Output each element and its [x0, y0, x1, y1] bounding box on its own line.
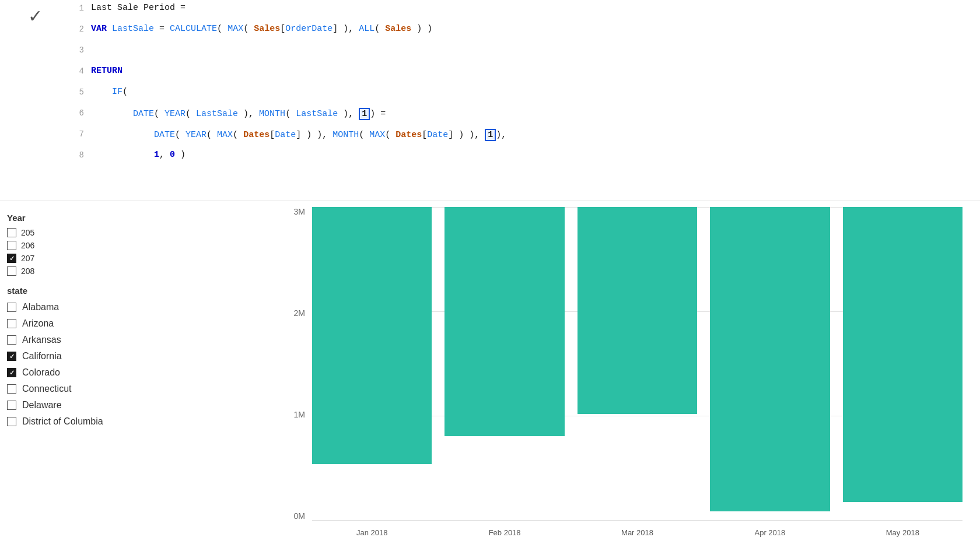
state-label-delaware: Delaware	[22, 400, 62, 410]
bars-container: Jan 2018 Feb 2018 Mar 2018	[312, 207, 963, 539]
line-content-7: DATE( YEAR( MAX( Dates[Date] ) ), MONTH(…	[89, 126, 980, 144]
line-content-1: Last Sale Period =	[89, 0, 980, 16]
y-label-0m: 0M	[294, 511, 305, 521]
state-label-colorado: Colorado	[22, 367, 60, 378]
line-num-4: 4	[70, 63, 89, 76]
state-item-california[interactable]: California	[7, 348, 261, 364]
line-content-8: 1, 0 )	[89, 147, 980, 163]
state-checkbox-arizona[interactable]	[7, 319, 16, 328]
bottom-area: Year 205 206 207 208	[0, 201, 980, 551]
state-label-connecticut: Connecticut	[22, 384, 72, 394]
filters-panel: Year 205 206 207 208	[0, 201, 268, 551]
state-item-connecticut[interactable]: Connecticut	[7, 381, 261, 397]
checkmark-area: ✓	[0, 0, 70, 201]
bar-group-may: May 2018	[843, 207, 963, 521]
year-checkbox-2016[interactable]	[7, 241, 16, 250]
main-layout: ✓ 1 Last Sale Period = 2 VAR LastSale = …	[0, 0, 980, 551]
state-checkbox-alabama[interactable]	[7, 303, 16, 312]
state-checkbox-connecticut[interactable]	[7, 384, 16, 394]
bar-apr	[710, 207, 830, 511]
state-label-arizona: Arizona	[22, 318, 54, 329]
state-checkbox-arkansas[interactable]	[7, 335, 16, 345]
bar-group-jan: Jan 2018	[312, 207, 432, 521]
line-num-8: 8	[70, 147, 89, 160]
code-line-6: 6 DATE( YEAR( LastSale ), MONTH( LastSal…	[70, 105, 980, 126]
state-item-arizona[interactable]: Arizona	[7, 315, 261, 332]
code-line-7: 7 DATE( YEAR( MAX( Dates[Date] ) ), MONT…	[70, 126, 980, 147]
bar-group-feb: Feb 2018	[444, 207, 564, 521]
y-label-3m: 3M	[294, 207, 305, 216]
year-label-2017: 207	[21, 254, 34, 263]
state-item-delaware[interactable]: Delaware	[7, 397, 261, 413]
chart-panel: 3M 2M 1M 0M	[268, 201, 980, 551]
year-item-2016[interactable]: 206	[7, 239, 261, 252]
state-checkbox-colorado[interactable]	[7, 368, 16, 377]
code-line-8: 8 1, 0 )	[70, 147, 980, 168]
bar-mar	[578, 207, 697, 414]
year-item-2015[interactable]: 205	[7, 226, 261, 239]
state-section-label: state	[7, 286, 261, 296]
bar-may	[843, 207, 963, 502]
line-content-4: RETURN	[89, 63, 980, 79]
bar-label-mar: Mar 2018	[621, 528, 653, 537]
y-label-2m: 2M	[294, 308, 305, 318]
bar-group-apr: Apr 2018	[710, 207, 830, 521]
bar-jan	[312, 207, 432, 464]
year-filter-section: Year 205 206 207 208	[0, 207, 268, 281]
year-checkbox-2018[interactable]	[7, 266, 16, 276]
bars-row: Jan 2018 Feb 2018 Mar 2018	[312, 207, 963, 539]
bar-label-jan: Jan 2018	[356, 528, 388, 537]
code-lines-container: 1 Last Sale Period = 2 VAR LastSale = CA…	[70, 0, 980, 201]
line-num-3: 3	[70, 42, 89, 55]
year-label-2015: 205	[21, 228, 34, 237]
line-content-2: VAR LastSale = CALCULATE( MAX( Sales[Ord…	[89, 21, 980, 37]
code-line-1: 1 Last Sale Period =	[70, 0, 980, 21]
line-num-7: 7	[70, 126, 89, 139]
year-label-2018: 208	[21, 266, 34, 276]
year-checkbox-2015[interactable]	[7, 228, 16, 237]
code-line-3: 3	[70, 42, 980, 63]
line-content-3	[89, 42, 980, 58]
line-content-5: IF(	[89, 84, 980, 100]
year-item-2018[interactable]: 208	[7, 265, 261, 278]
y-axis: 3M 2M 1M 0M	[280, 207, 312, 539]
chart-area: 3M 2M 1M 0M	[280, 207, 963, 539]
bar-feb	[444, 207, 564, 436]
state-label-dc: District of Columbia	[22, 416, 103, 427]
code-line-5: 5 IF(	[70, 84, 980, 105]
bar-label-feb: Feb 2018	[489, 528, 521, 537]
state-filter-section: state Alabama Arizona Arkansas Californi…	[0, 281, 268, 434]
code-line-2: 2 VAR LastSale = CALCULATE( MAX( Sales[O…	[70, 21, 980, 42]
code-editor-area: ✓ 1 Last Sale Period = 2 VAR LastSale = …	[0, 0, 980, 201]
checkmark-icon: ✓	[28, 6, 43, 26]
line-num-6: 6	[70, 105, 89, 118]
state-label-arkansas: Arkansas	[22, 335, 61, 345]
bar-label-apr: Apr 2018	[755, 528, 786, 537]
line-content-6: DATE( YEAR( LastSale ), MONTH( LastSale …	[89, 105, 980, 123]
year-label-2016: 206	[21, 241, 34, 250]
y-label-1m: 1M	[294, 410, 305, 419]
state-item-dc[interactable]: District of Columbia	[7, 413, 261, 430]
line-num-2: 2	[70, 21, 89, 34]
state-item-alabama[interactable]: Alabama	[7, 299, 261, 315]
state-label-california: California	[22, 351, 62, 362]
state-label-alabama: Alabama	[22, 302, 59, 313]
state-item-colorado[interactable]: Colorado	[7, 364, 261, 381]
state-checkbox-delaware[interactable]	[7, 401, 16, 410]
year-section-label: Year	[7, 213, 261, 223]
bar-group-mar: Mar 2018	[578, 207, 697, 521]
year-item-2017[interactable]: 207	[7, 252, 261, 265]
bar-label-may: May 2018	[886, 528, 919, 537]
code-line-4: 4 RETURN	[70, 63, 980, 84]
state-checkbox-dc[interactable]	[7, 417, 16, 426]
state-checkbox-california[interactable]	[7, 352, 16, 361]
state-item-arkansas[interactable]: Arkansas	[7, 332, 261, 348]
line-num-1: 1	[70, 0, 89, 13]
line-num-5: 5	[70, 84, 89, 97]
year-checkbox-2017[interactable]	[7, 254, 16, 263]
